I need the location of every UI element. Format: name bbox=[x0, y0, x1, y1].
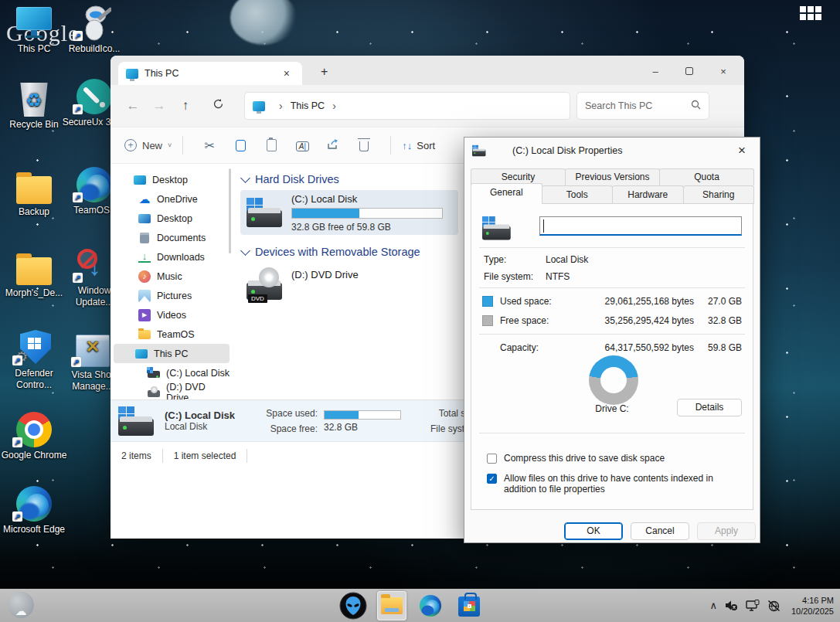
delete-button[interactable] bbox=[349, 140, 379, 151]
volume-label-input[interactable] bbox=[539, 216, 742, 236]
new-tab-button[interactable]: + bbox=[321, 65, 328, 79]
hard-drive-icon bbox=[118, 406, 154, 436]
capacity-label: Capacity: bbox=[500, 342, 563, 353]
dvd-drive-icon bbox=[148, 390, 160, 397]
chevron-right-icon: › bbox=[332, 100, 336, 112]
shortcut-arrow-icon: ↗ bbox=[73, 273, 83, 283]
desktop-icon-google-chrome[interactable]: ↗ Google Chrome bbox=[0, 410, 68, 461]
free-space-swatch bbox=[482, 315, 493, 326]
taskbar-edge[interactable] bbox=[416, 591, 445, 620]
up-icon[interactable]: ↑ bbox=[172, 98, 199, 114]
this-pc-icon bbox=[126, 69, 138, 79]
desktop-icon-recycle-bin[interactable]: ♻ Recycle Bin bbox=[0, 80, 68, 131]
widgets-weather-icon[interactable]: ☁ bbox=[8, 592, 34, 618]
shortcut-arrow-icon: ↗ bbox=[12, 437, 22, 447]
taskbar: ☁ ∧ bbox=[0, 589, 840, 622]
icon-label: Microsoft Edge bbox=[0, 524, 68, 535]
icon-label: This PC bbox=[0, 43, 68, 55]
sidebar-item-pictures[interactable]: Pictures bbox=[114, 286, 230, 305]
drive-d-item[interactable]: DVD (D:) DVD Drive bbox=[240, 263, 458, 308]
text-caret bbox=[543, 219, 544, 233]
desktop-icon-microsoft-edge[interactable]: ↗ Microsoft Edge bbox=[0, 484, 68, 535]
tray-clock[interactable]: 4:16 PM 10/20/2025 bbox=[791, 595, 834, 617]
shortcut-arrow-icon: ↗ bbox=[73, 31, 83, 41]
sidebar-scrollbar[interactable] bbox=[229, 168, 231, 253]
drive-c-item[interactable]: (C:) Local Disk 32.8 GB free of 59.8 GB bbox=[240, 190, 458, 235]
breadcrumb[interactable]: This PC bbox=[291, 100, 325, 111]
collapse-chevron-icon[interactable] bbox=[240, 246, 250, 256]
share-button[interactable] bbox=[318, 138, 349, 153]
forward-icon[interactable]: → bbox=[146, 98, 172, 114]
tab-this-pc[interactable]: This PC × bbox=[118, 62, 302, 85]
copy-button[interactable] bbox=[225, 140, 256, 151]
sidebar-item-c-drive[interactable]: (C:) Local Disk bbox=[114, 363, 230, 382]
tab-quota[interactable]: Quota bbox=[659, 168, 754, 185]
cut-button[interactable]: ✂ bbox=[194, 138, 225, 153]
tab-previous-versions[interactable]: Previous Versions bbox=[565, 168, 660, 185]
display-plug-icon[interactable] bbox=[746, 600, 760, 612]
sidebar-item-onedrive[interactable]: ☁OneDrive bbox=[114, 189, 230, 209]
sidebar-item-videos[interactable]: ▶Videos bbox=[114, 305, 230, 325]
desktop-icon-rebuildico[interactable]: ↗ RebuildIco... bbox=[60, 4, 128, 55]
desktop-icon-this-pc[interactable]: This PC bbox=[0, 4, 68, 55]
sidebar-item-downloads[interactable]: ↓Downloads bbox=[114, 247, 230, 267]
ok-button[interactable]: OK bbox=[564, 522, 623, 540]
compress-checkbox[interactable] bbox=[487, 454, 497, 464]
paste-button[interactable] bbox=[256, 139, 287, 151]
tab-hardware[interactable]: Hardware bbox=[612, 185, 684, 204]
search-input[interactable]: Search This PC bbox=[577, 93, 709, 119]
tab-general[interactable]: General bbox=[471, 183, 542, 204]
apps-grid-icon[interactable] bbox=[800, 6, 823, 22]
sidebar-item-desktop[interactable]: Desktop bbox=[114, 209, 230, 228]
index-checkbox[interactable]: ✓ bbox=[487, 474, 497, 484]
explorer-nav-bar: ← → ↑ › This PC › Search This PC bbox=[111, 85, 744, 127]
sort-label: Sort bbox=[417, 140, 435, 151]
sidebar-item-teamos[interactable]: TeamOS bbox=[114, 325, 230, 344]
close-button[interactable]: × bbox=[709, 62, 738, 80]
taskbar-file-explorer[interactable] bbox=[377, 591, 406, 620]
tab-tools[interactable]: Tools bbox=[542, 185, 614, 204]
volume-muted-icon[interactable] bbox=[725, 600, 738, 611]
sidebar-item-this-pc[interactable]: This PC bbox=[114, 344, 230, 363]
start-button[interactable] bbox=[338, 591, 368, 620]
back-icon[interactable]: ← bbox=[120, 98, 146, 114]
icon-label: Defender Contro... bbox=[0, 368, 68, 391]
tray-chevron-up-icon[interactable]: ∧ bbox=[709, 600, 717, 611]
sidebar-item-documents[interactable]: Documents bbox=[114, 228, 230, 247]
sort-button[interactable]: ↑↓ Sort bbox=[402, 140, 435, 151]
dialog-title-bar: (C:) Local Disk Properties × bbox=[464, 138, 760, 164]
shortcut-arrow-icon: ↗ bbox=[71, 357, 81, 367]
desktop-icon-morphs-de[interactable]: Morph's_De... bbox=[0, 248, 68, 299]
desktop-icon-defender-control[interactable]: ⚙ ↗ Defender Contro... bbox=[0, 328, 68, 391]
hard-drive-icon bbox=[247, 198, 282, 227]
items-selected: 1 item selected bbox=[163, 449, 248, 463]
refresh-icon[interactable] bbox=[205, 98, 231, 114]
tab-close-icon[interactable]: × bbox=[279, 67, 294, 80]
filesystem-label: File system: bbox=[484, 271, 539, 282]
desktop-icon-backup[interactable]: Backup bbox=[0, 167, 68, 218]
filesystem-value: NTFS bbox=[546, 271, 570, 282]
index-checkbox-label: Allow files on this drive to have conten… bbox=[504, 473, 743, 495]
edge-icon bbox=[420, 595, 441, 617]
dialog-close-icon[interactable]: × bbox=[732, 143, 752, 158]
cancel-button[interactable]: Cancel bbox=[631, 522, 689, 540]
tab-sharing[interactable]: Sharing bbox=[683, 185, 755, 204]
collapse-chevron-icon[interactable] bbox=[240, 173, 250, 183]
search-icon bbox=[691, 100, 701, 112]
minimize-button[interactable]: – bbox=[641, 62, 670, 80]
taskbar-store[interactable] bbox=[454, 591, 484, 620]
details-name: (C:) Local Disk bbox=[165, 410, 242, 421]
rename-button[interactable]: A| bbox=[287, 138, 318, 152]
sort-arrows-icon: ↑↓ bbox=[402, 140, 412, 151]
maximize-button[interactable] bbox=[675, 62, 704, 80]
pictures-icon bbox=[138, 290, 151, 302]
sidebar-item-desktop-top[interactable]: Desktop bbox=[114, 170, 230, 189]
no-internet-icon[interactable] bbox=[767, 600, 780, 612]
drive-d-name: (D:) DVD Drive bbox=[291, 269, 359, 280]
details-button[interactable]: Details bbox=[677, 399, 742, 416]
apply-button: Apply bbox=[697, 522, 756, 540]
this-pc-icon bbox=[16, 7, 52, 41]
address-bar[interactable]: › This PC › bbox=[245, 93, 570, 119]
new-button[interactable]: + New ˅ bbox=[124, 139, 172, 151]
sidebar-item-music[interactable]: ♪Music bbox=[114, 267, 230, 286]
